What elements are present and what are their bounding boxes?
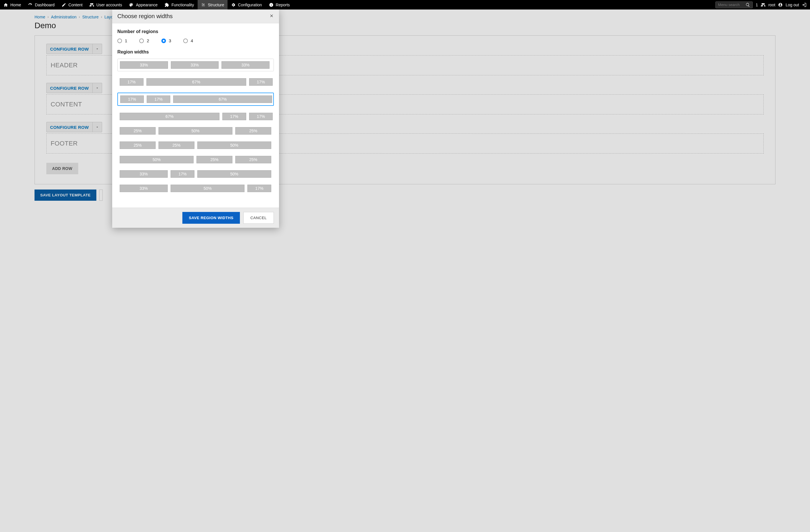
width-column: 25% <box>120 142 156 149</box>
width-option-columns: 67%17%17% <box>120 113 272 120</box>
username[interactable]: root <box>768 3 775 7</box>
width-column: 50% <box>120 156 194 163</box>
radio-label: 4 <box>191 38 193 43</box>
width-column: 25% <box>196 156 232 163</box>
gear-icon <box>231 3 236 7</box>
logout-icon[interactable] <box>802 3 807 7</box>
toolbar-item-configuration[interactable]: Configuration <box>228 0 265 10</box>
save-region-widths-button[interactable]: SAVE REGION WIDTHS <box>182 212 240 224</box>
toolbar-item-dashboard[interactable]: Dashboard <box>25 0 58 10</box>
width-option-columns: 33%50%17% <box>120 185 272 192</box>
width-option-1[interactable]: 17%67%17% <box>117 78 274 86</box>
region-width-options: 33%33%33%17%67%17%17%17%67%67%17%17%25%5… <box>117 59 274 192</box>
toolbar-item-structure[interactable]: Structure <box>198 0 228 10</box>
dashboard-icon <box>28 3 33 7</box>
search-icon <box>746 3 750 7</box>
palette-icon <box>129 3 133 7</box>
width-option-2[interactable]: 17%17%67% <box>117 93 274 106</box>
users-icon[interactable] <box>761 3 765 7</box>
regions-radio-2[interactable]: 2 <box>139 38 149 43</box>
menu-search-input[interactable] <box>718 3 744 7</box>
toolbar-item-label: Configuration <box>238 3 262 7</box>
toolbar-item-label: Dashboard <box>35 3 55 7</box>
radio-label: 1 <box>125 38 127 43</box>
toolbar-item-user-accounts[interactable]: User accounts <box>86 0 125 10</box>
width-column: 25% <box>235 156 271 163</box>
width-column: 67% <box>173 96 272 103</box>
radio-dot-icon <box>117 38 122 43</box>
width-column: 33% <box>222 61 270 69</box>
width-option-3[interactable]: 67%17%17% <box>117 113 274 120</box>
dialog-body: Number of regions 1234 Region widths 33%… <box>112 23 279 207</box>
radio-label: 3 <box>169 38 171 43</box>
width-option-columns: 17%17%67% <box>120 96 271 103</box>
width-option-6[interactable]: 50%25%25% <box>117 156 274 163</box>
dialog-header: Choose region widths <box>112 10 279 23</box>
admin-toolbar-left: HomeDashboardContentUser accountsAppeara… <box>0 0 293 10</box>
width-option-columns: 33%17%50% <box>120 170 272 178</box>
logout-link[interactable]: Log out <box>785 3 799 7</box>
regions-radio-4[interactable]: 4 <box>183 38 193 43</box>
num-regions-label: Number of regions <box>117 29 274 34</box>
radio-dot-icon <box>161 38 166 43</box>
structure-icon <box>201 3 206 7</box>
width-column: 25% <box>235 127 271 135</box>
toolbar-item-label: Home <box>10 3 21 7</box>
width-column: 25% <box>120 127 156 135</box>
width-column: 67% <box>120 113 220 120</box>
toolbar-item-label: User accounts <box>96 3 122 7</box>
width-option-8[interactable]: 33%50%17% <box>117 185 274 192</box>
width-option-0[interactable]: 33%33%33% <box>117 59 274 71</box>
toolbar-item-label: Appearance <box>136 3 158 7</box>
admin-toolbar-right: 1 root Log out <box>715 0 810 10</box>
toolbar-item-label: Reports <box>276 3 290 7</box>
toolbar-item-appearance[interactable]: Appearance <box>125 0 161 10</box>
width-column: 50% <box>197 142 271 149</box>
width-column: 50% <box>171 185 244 192</box>
user-avatar-icon[interactable] <box>778 3 783 7</box>
width-column: 17% <box>222 113 246 120</box>
width-column: 33% <box>120 170 168 178</box>
num-regions-radios: 1234 <box>117 38 274 43</box>
width-option-7[interactable]: 33%17%50% <box>117 170 274 178</box>
user-count: 1 <box>756 3 758 7</box>
toolbar-item-reports[interactable]: Reports <box>265 0 293 10</box>
toolbar-item-label: Functionality <box>172 3 194 7</box>
width-column: 17% <box>120 78 144 86</box>
toolbar-item-functionality[interactable]: Functionality <box>161 0 198 10</box>
width-column: 33% <box>120 61 168 69</box>
width-option-columns: 25%50%25% <box>120 127 272 135</box>
width-column: 25% <box>159 142 194 149</box>
width-column: 17% <box>249 78 273 86</box>
width-column: 33% <box>171 61 219 69</box>
toolbar-item-content[interactable]: Content <box>58 0 86 10</box>
width-column: 17% <box>171 170 194 178</box>
width-column: 17% <box>147 96 170 103</box>
dialog-footer: SAVE REGION WIDTHS CANCEL <box>112 207 279 228</box>
puzzle-icon <box>164 3 169 7</box>
width-column: 50% <box>197 170 271 178</box>
width-option-columns: 50%25%25% <box>120 156 272 163</box>
region-widths-dialog: Choose region widths Number of regions 1… <box>112 10 279 228</box>
pencil-icon <box>62 3 66 7</box>
toolbar-item-label: Content <box>68 3 83 7</box>
width-option-5[interactable]: 25%25%50% <box>117 142 274 149</box>
toolbar-item-home[interactable]: Home <box>0 0 25 10</box>
home-icon <box>3 3 8 7</box>
dialog-title: Choose region widths <box>117 13 173 19</box>
radio-dot-icon <box>183 38 188 43</box>
radio-label: 2 <box>147 38 149 43</box>
width-option-4[interactable]: 25%50%25% <box>117 127 274 135</box>
regions-radio-1[interactable]: 1 <box>117 38 127 43</box>
regions-radio-3[interactable]: 3 <box>161 38 171 43</box>
width-option-columns: 33%33%33% <box>120 61 271 69</box>
users-icon <box>90 3 94 7</box>
width-column: 17% <box>120 96 144 103</box>
width-column: 50% <box>159 127 232 135</box>
width-column: 67% <box>146 78 246 86</box>
close-icon[interactable] <box>270 14 274 19</box>
cancel-button[interactable]: CANCEL <box>243 212 274 224</box>
menu-search[interactable] <box>715 1 753 9</box>
width-column: 33% <box>120 185 168 192</box>
toolbar-item-label: Structure <box>208 3 224 7</box>
